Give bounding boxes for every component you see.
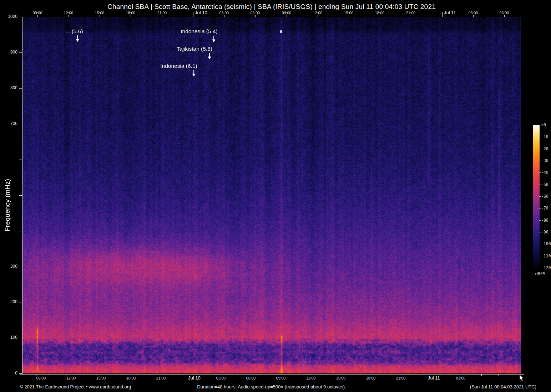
freq-tick-label: 100: [0, 335, 17, 340]
time-tick-label: 03:00: [213, 11, 235, 15]
date-tick-label: Jul 10: [195, 10, 207, 15]
date-tick-label: Jul 11: [444, 10, 456, 15]
time-tick-label: 03:00: [210, 376, 232, 380]
colorbar-tick-label: -100: [541, 241, 551, 246]
time-tick-label: 09:00: [30, 376, 52, 380]
colorbar-tick: [539, 196, 541, 197]
time-tick-label: 06:00: [494, 11, 515, 15]
time-tick: [193, 12, 193, 17]
time-tick-label: 21:00: [151, 11, 173, 15]
freq-tick-label: 700: [0, 121, 17, 126]
freq-tick: [19, 195, 22, 196]
time-tick: [442, 12, 443, 17]
time-tick: [499, 375, 499, 376]
time-tick: [287, 15, 287, 17]
time-tick: [255, 15, 256, 17]
freq-tick: [19, 267, 22, 267]
colorbar-tick: [539, 125, 541, 125]
time-tick-label: 15:00: [89, 11, 110, 15]
spectrogram-canvas: [22, 17, 521, 373]
bottom-axis-line: [20, 374, 524, 375]
colorbar-tick-label: +0: [541, 122, 546, 127]
colorbar-tick-label: -90: [541, 230, 549, 235]
down-arrow-icon: [75, 35, 80, 44]
left-axis-line: [22, 17, 22, 374]
colorbar-tick-label: -20: [541, 146, 549, 151]
freq-tick: [19, 338, 22, 338]
down-arrow-icon: [207, 53, 212, 61]
colorbar-tick: [539, 172, 541, 173]
time-tick: [37, 15, 38, 17]
freq-tick-label: 800: [0, 85, 17, 90]
time-tick: [131, 15, 131, 17]
time-tick: [411, 15, 411, 17]
time-tick: [186, 375, 186, 379]
freq-tick: [19, 124, 22, 124]
freq-tick: [19, 88, 22, 89]
colorbar-tick-label: -50: [541, 182, 549, 187]
down-arrow-icon: [192, 70, 196, 78]
event-label: Indonesia (5.4): [181, 28, 217, 35]
time-tick-label: 18:00: [360, 376, 381, 380]
colorbar-unit-label: dBFS: [532, 271, 548, 276]
time-tick: [224, 15, 224, 17]
colorbar-tick: [539, 268, 541, 268]
time-tick-label: 18:00: [120, 11, 141, 15]
colorbar-tick-label: -60: [541, 194, 549, 199]
time-tick-label: 12:00: [60, 376, 82, 380]
time-tick-label: 15:00: [90, 376, 112, 380]
freq-tick: [19, 160, 22, 160]
colorbar-tick-label: -80: [541, 218, 549, 223]
time-tick: [380, 15, 380, 17]
freq-tick: [19, 373, 22, 374]
colorbar-tick: [539, 185, 541, 185]
colorbar-tick: [539, 220, 541, 221]
time-tick-label: 15:00: [330, 376, 352, 380]
time-tick-label: 03:00: [450, 376, 471, 380]
freq-tick: [19, 17, 22, 17]
mouse-cursor-icon: [519, 375, 524, 382]
colorbar-tick-label: -10: [541, 134, 549, 139]
time-tick-label: 12:00: [300, 376, 322, 380]
time-tick-edge: [521, 17, 521, 25]
freq-tick-label: 300: [0, 264, 17, 269]
time-tick-label: 06:00: [240, 376, 262, 380]
date-tick-label: Jul 11: [428, 375, 440, 381]
time-tick-label: 09:00: [270, 376, 292, 380]
colorbar-tick-label: -120: [541, 265, 551, 270]
time-tick-label: 21:00: [400, 11, 421, 15]
colorbar-tick-label: -40: [541, 170, 549, 175]
time-tick: [349, 15, 349, 17]
time-tick-label: 15:00: [338, 11, 359, 15]
time-tick-label: 21:00: [390, 376, 411, 380]
freq-tick-label: 0: [0, 371, 17, 376]
time-tick-label: 09:00: [27, 11, 48, 15]
freq-tick: [19, 231, 22, 231]
time-tick: [318, 15, 318, 17]
time-tick-edge: [521, 368, 521, 374]
duration-text: Duration=48 hours. Audio speed-up=500× (…: [22, 384, 521, 390]
y-axis-title: Frequency (mHz): [4, 160, 11, 231]
time-tick: [481, 375, 482, 376]
time-tick: [426, 375, 426, 379]
freq-tick-label: 900: [0, 50, 17, 55]
colorbar-tick: [539, 232, 541, 232]
freq-tick-label: 1000: [0, 14, 17, 19]
top-axis-line: [22, 17, 521, 17]
page-title: Channel SBA | Scott Base, Antarctica (se…: [22, 3, 521, 11]
time-tick-label: 18:00: [369, 11, 390, 15]
freq-tick: [19, 302, 22, 302]
time-tick-label: 21:00: [150, 376, 172, 380]
colorbar-gradient: [533, 125, 540, 268]
time-tick-label: 12:00: [58, 11, 79, 15]
time-tick-label: 09:00: [276, 11, 297, 15]
time-tick-label: 06:00: [244, 11, 266, 15]
spectrogram-page: Channel SBA | Scott Base, Antarctica (se…: [0, 0, 551, 392]
colorbar-tick-label: -70: [541, 206, 549, 211]
event-label: Indonesia (6.1): [160, 63, 197, 69]
colorbar-tick-label: -110: [541, 253, 551, 258]
event-label: ... (5.6): [65, 28, 83, 35]
colorbar-tick: [539, 137, 541, 137]
time-tick: [473, 15, 474, 17]
time-tick: [100, 15, 100, 17]
